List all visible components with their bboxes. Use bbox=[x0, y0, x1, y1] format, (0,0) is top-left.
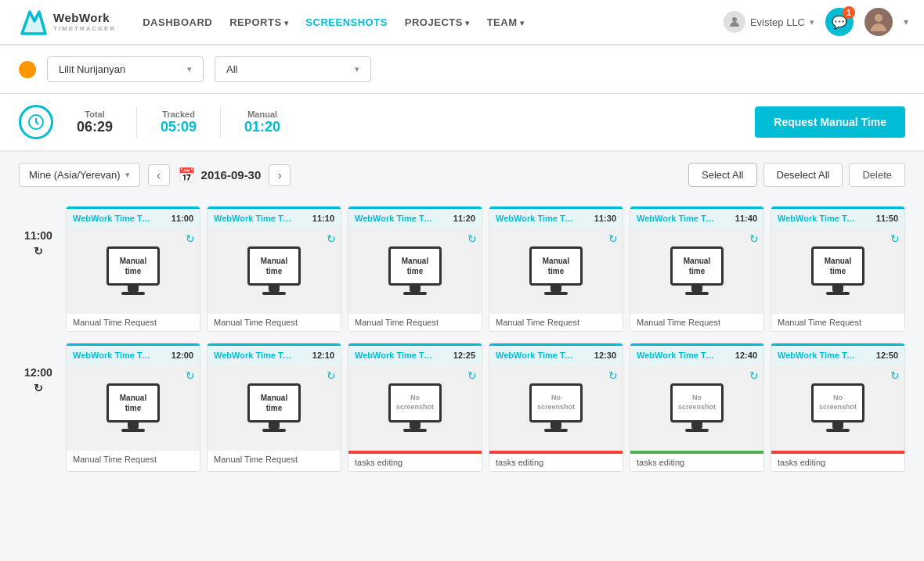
card-body: ↻ Noscreenshot bbox=[630, 365, 763, 451]
project-name: WebWork Time Tr... bbox=[637, 351, 715, 360]
total-label: Total bbox=[85, 110, 104, 119]
card-refresh-icon[interactable]: ↻ bbox=[186, 369, 195, 382]
card-body: ↻ Manualtime bbox=[348, 228, 482, 314]
delete-button[interactable]: Delete bbox=[849, 163, 905, 187]
monitor-base bbox=[121, 429, 145, 432]
card-refresh-icon[interactable]: ↻ bbox=[749, 369, 759, 382]
nav-reports[interactable]: REPORTS bbox=[229, 16, 288, 28]
card-refresh-icon[interactable]: ↻ bbox=[467, 369, 477, 382]
time-stamp: 12:50 bbox=[876, 351, 898, 360]
card-refresh-icon[interactable]: ↻ bbox=[890, 232, 900, 245]
monitor-icon: Manualtime bbox=[247, 383, 301, 432]
card-refresh-icon[interactable]: ↻ bbox=[749, 232, 759, 245]
time-stamp: 12:25 bbox=[453, 351, 475, 360]
deselect-all-button[interactable]: Deselect All bbox=[763, 163, 843, 187]
screenshot-card[interactable]: WebWork Time Tr... 12:00 ↻ Manualtime Ma… bbox=[66, 343, 200, 472]
timezone-selector[interactable]: Mine (Asia/Yerevan) ▾ bbox=[19, 163, 140, 187]
request-manual-time-button[interactable]: Request Manual Time bbox=[755, 106, 905, 138]
card-footer: tasks editing bbox=[348, 454, 482, 471]
select-all-button[interactable]: Select All bbox=[688, 163, 756, 187]
screenshot-card[interactable]: WebWork Time Tr... 11:30 ↻ Manualtime Ma… bbox=[489, 206, 623, 332]
monitor-base bbox=[403, 429, 427, 432]
card-refresh-icon[interactable]: ↻ bbox=[890, 369, 900, 382]
card-footer: Manual Time Request bbox=[208, 451, 341, 468]
monitor-icon: Manualtime bbox=[811, 246, 864, 295]
card-body: ↻ Manualtime bbox=[771, 228, 904, 314]
avatar[interactable] bbox=[864, 8, 893, 36]
nav-team[interactable]: TEAM bbox=[487, 16, 525, 28]
avatar-chevron-icon[interactable]: ▾ bbox=[904, 16, 908, 27]
time-stamp: 11:10 bbox=[312, 214, 334, 223]
monitor-stand bbox=[128, 286, 139, 292]
screenshot-card[interactable]: WebWork Time Tr... 12:40 ↻ Noscreenshot … bbox=[630, 343, 764, 472]
screenshot-card[interactable]: WebWork Time Tr... 12:50 ↻ Noscreenshot … bbox=[771, 343, 905, 472]
time-stamp: 11:30 bbox=[594, 214, 616, 223]
screenshot-card[interactable]: WebWork Time Tr... 12:10 ↻ Manualtime Ma… bbox=[207, 343, 341, 472]
monitor-base bbox=[826, 292, 850, 295]
card-body: ↻ Noscreenshot bbox=[489, 365, 623, 451]
user-selector[interactable]: Lilit Nurijanyan ▾ bbox=[47, 56, 204, 82]
company-selector[interactable]: Evistep LLC ▾ bbox=[724, 11, 814, 33]
time-stamp: 12:40 bbox=[735, 351, 757, 360]
project-name: WebWork Time Tr... bbox=[637, 214, 715, 223]
tracked-label: Tracked bbox=[162, 110, 195, 119]
card-footer: tasks editing bbox=[630, 454, 763, 471]
screenshots-toolbar: Mine (Asia/Yerevan) ▾ ‹ 📅 2016-09-30 › S… bbox=[0, 152, 924, 198]
project-selector[interactable]: All ▾ bbox=[215, 56, 371, 82]
refresh-icon[interactable]: ↻ bbox=[34, 382, 43, 394]
card-header: WebWork Time Tr... 12:40 bbox=[630, 346, 763, 365]
prev-date-button[interactable]: ‹ bbox=[148, 164, 170, 186]
time-label: 11:00 ↻ bbox=[19, 206, 58, 257]
tracked-stat: Tracked 05:09 bbox=[161, 110, 197, 135]
monitor-stand bbox=[691, 423, 702, 429]
nav-projects[interactable]: PROJECTS bbox=[405, 16, 470, 28]
card-refresh-icon[interactable]: ↻ bbox=[608, 232, 618, 245]
company-icon bbox=[724, 11, 745, 33]
card-refresh-icon[interactable]: ↻ bbox=[327, 232, 336, 245]
card-refresh-icon[interactable]: ↻ bbox=[186, 232, 195, 245]
card-footer: Manual Time Request bbox=[208, 314, 341, 331]
time-stamp: 11:50 bbox=[876, 214, 898, 223]
project-name: WebWork Time Tr... bbox=[73, 351, 151, 360]
current-date: 2016-09-30 bbox=[201, 168, 262, 182]
card-body: ↻ Manualtime bbox=[489, 228, 623, 314]
manual-stat: Manual 01:20 bbox=[244, 110, 280, 135]
screenshot-card[interactable]: WebWork Time Tr... 11:00 ↻ Manualtime Ma… bbox=[66, 206, 200, 332]
card-refresh-icon[interactable]: ↻ bbox=[467, 232, 477, 245]
user-selector-chevron-icon: ▾ bbox=[187, 64, 192, 74]
card-header: WebWork Time Tr... 11:40 bbox=[630, 209, 763, 228]
screenshot-card[interactable]: WebWork Time Tr... 12:30 ↻ Noscreenshot … bbox=[489, 343, 623, 472]
monitor-base bbox=[262, 292, 286, 295]
card-refresh-icon[interactable]: ↻ bbox=[327, 369, 336, 382]
next-date-button[interactable]: › bbox=[269, 164, 291, 186]
svg-point-3 bbox=[875, 14, 882, 22]
screenshots-area: 11:00 ↻ WebWork Time Tr... 11:00 ↻ Manua… bbox=[0, 198, 924, 498]
monitor-stand bbox=[128, 423, 139, 429]
screenshot-card[interactable]: WebWork Time Tr... 11:10 ↻ Manualtime Ma… bbox=[207, 206, 341, 332]
nav-dashboard[interactable]: DASHBOARD bbox=[143, 16, 212, 28]
project-name: WebWork Time Tr... bbox=[355, 351, 433, 360]
notification-button[interactable]: 💬 1 bbox=[825, 8, 854, 36]
project-name: WebWork Time Tr... bbox=[73, 214, 151, 223]
monitor-base bbox=[544, 429, 568, 432]
monitor-icon: Manualtime bbox=[529, 246, 583, 295]
monitor-icon: Noscreenshot bbox=[388, 383, 442, 432]
screenshot-card[interactable]: WebWork Time Tr... 11:50 ↻ Manualtime Ma… bbox=[771, 206, 905, 332]
card-footer: tasks editing bbox=[489, 454, 623, 471]
nav-screenshots[interactable]: SCREENSHOTS bbox=[305, 16, 387, 28]
screenshot-card[interactable]: WebWork Time Tr... 11:40 ↻ Manualtime Ma… bbox=[630, 206, 764, 332]
stats-bar: Total 06:29 Tracked 05:09 Manual 01:20 R… bbox=[0, 94, 924, 152]
card-refresh-icon[interactable]: ↻ bbox=[608, 369, 618, 382]
screenshot-card[interactable]: WebWork Time Tr... 12:25 ↻ Noscreenshot … bbox=[348, 343, 482, 472]
screenshot-card[interactable]: WebWork Time Tr... 11:20 ↻ Manualtime Ma… bbox=[348, 206, 482, 332]
timezone-value: Mine (Asia/Yerevan) bbox=[29, 169, 121, 181]
navbar: WebWork TIMETRACKER DASHBOARD REPORTS SC… bbox=[0, 0, 924, 45]
monitor-icon: Noscreenshot bbox=[670, 383, 724, 432]
card-body: ↻ Manualtime bbox=[208, 228, 341, 314]
monitor-stand bbox=[410, 286, 420, 292]
card-footer: Manual Time Request bbox=[67, 314, 200, 331]
notification-badge: 1 bbox=[843, 6, 855, 19]
logo[interactable]: WebWork TIMETRACKER bbox=[16, 5, 116, 38]
monitor-screen: Manualtime bbox=[529, 246, 583, 286]
refresh-icon[interactable]: ↻ bbox=[34, 245, 43, 257]
